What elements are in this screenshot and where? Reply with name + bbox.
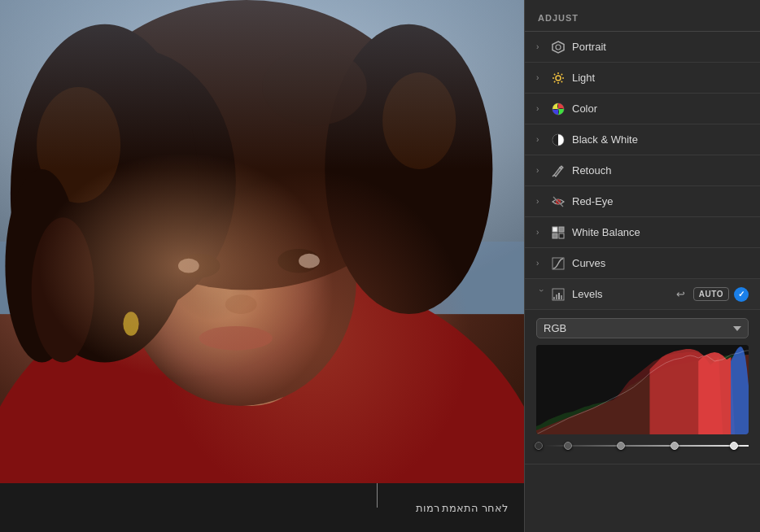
caption-area: לאחר התאמת רמות [0, 483, 524, 532]
bw-icon [551, 133, 566, 147]
svg-point-2 [0, 266, 524, 483]
svg-rect-7 [26, 48, 236, 314]
svg-line-30 [561, 81, 562, 81]
chevron-retouch: › [536, 166, 546, 175]
adjust-header: ADJUST [525, 0, 760, 32]
svg-point-14 [277, 249, 320, 273]
caption-line [377, 483, 378, 508]
adjust-list: › Portrait › [525, 32, 760, 532]
adjust-item-whitebalance[interactable]: › White Balance [525, 217, 760, 248]
adjust-item-curves[interactable]: › Curves [525, 248, 760, 279]
svg-point-4 [126, 155, 356, 406]
svg-line-32 [554, 81, 555, 81]
photo-panel: לאחר התאמת רמות [0, 0, 524, 532]
levels-controls: ↩ AUTO [673, 286, 749, 302]
portrait-label: Portrait [572, 41, 749, 53]
light-label: Light [572, 72, 749, 84]
chevron-levels: › [537, 290, 546, 299]
curves-icon [551, 256, 566, 271]
svg-point-16 [299, 254, 320, 268]
chevron-color: › [536, 104, 546, 113]
svg-point-11 [382, 72, 456, 169]
levels-label: Levels [572, 288, 673, 300]
svg-point-17 [225, 294, 257, 314]
channel-select[interactable]: RGB Red Green Blue Luminance [536, 318, 749, 338]
adjust-item-color[interactable]: › Color [525, 94, 760, 124]
svg-rect-39 [553, 227, 557, 232]
svg-rect-45 [553, 297, 555, 299]
svg-point-19 [123, 312, 138, 336]
svg-rect-1 [0, 242, 524, 314]
levels-check-button[interactable] [734, 287, 749, 302]
mid-handle[interactable] [617, 442, 625, 450]
svg-point-6 [63, 0, 430, 290]
adjust-item-retouch[interactable]: › Retouch [525, 155, 760, 186]
chevron-light: › [536, 73, 546, 82]
portrait-icon [551, 40, 566, 55]
adjust-item-redeye[interactable]: › Red-Eye [525, 186, 760, 217]
svg-point-12 [262, 48, 367, 125]
svg-rect-0 [0, 0, 524, 314]
svg-point-15 [178, 259, 199, 273]
svg-rect-40 [559, 227, 564, 232]
svg-point-24 [556, 76, 561, 81]
caption-text: לאחר התאמת רמות [416, 502, 508, 514]
adjust-title: ADJUST [538, 13, 579, 23]
levels-auto-button[interactable]: AUTO [693, 287, 729, 301]
svg-line-29 [554, 73, 555, 74]
chevron-whitebalance: › [536, 228, 546, 237]
color-icon [551, 102, 566, 116]
curves-label: Curves [572, 257, 749, 269]
svg-point-10 [37, 87, 120, 203]
redeye-icon [551, 194, 566, 209]
svg-rect-41 [553, 233, 557, 238]
whitebalance-icon [551, 225, 566, 240]
adjust-item-levels[interactable]: › Levels ↩ AUTO [525, 279, 760, 310]
levels-slider[interactable] [536, 438, 749, 454]
svg-rect-48 [561, 295, 562, 299]
svg-line-35 [553, 175, 554, 177]
adjust-panel: ADJUST › Portrait › [524, 0, 760, 532]
chevron-curves: › [536, 259, 546, 268]
midleft-handle[interactable] [564, 442, 572, 450]
chevron-redeye: › [536, 197, 546, 206]
histogram-chart [536, 345, 749, 434]
levels-undo-button[interactable]: ↩ [673, 286, 688, 302]
white-point-handle[interactable] [730, 442, 738, 450]
adjust-item-light[interactable]: › Light [525, 63, 760, 94]
svg-point-13 [178, 254, 221, 278]
svg-point-5 [126, 155, 356, 406]
bw-label: Black & White [572, 133, 749, 146]
levels-icon [551, 287, 566, 302]
svg-rect-46 [556, 294, 557, 299]
svg-point-3 [204, 338, 299, 406]
svg-marker-22 [553, 41, 564, 53]
svg-line-31 [561, 73, 562, 74]
whitebalance-label: White Balance [572, 226, 749, 238]
chevron-bw: › [536, 135, 546, 144]
retouch-label: Retouch [572, 164, 749, 177]
svg-point-18 [199, 326, 273, 351]
light-icon [551, 71, 566, 85]
svg-point-20 [5, 169, 78, 363]
photo-image [0, 0, 524, 483]
upper-mid-handle[interactable] [670, 442, 679, 450]
histogram-container [536, 345, 749, 434]
svg-rect-42 [559, 233, 564, 238]
svg-point-8 [11, 24, 199, 363]
svg-rect-49 [563, 298, 564, 299]
retouch-icon [551, 164, 566, 178]
adjust-item-bw[interactable]: › Black & White [525, 124, 760, 155]
color-label: Color [572, 102, 749, 115]
chevron-portrait: › [536, 42, 546, 51]
black-point-handle[interactable] [535, 442, 543, 450]
levels-content: RGB Red Green Blue Luminance [525, 310, 760, 464]
adjust-item-portrait[interactable]: › Portrait [525, 32, 760, 63]
svg-point-21 [32, 217, 94, 362]
svg-point-23 [556, 45, 561, 50]
redeye-label: Red-Eye [572, 195, 749, 207]
svg-rect-47 [558, 293, 560, 299]
svg-point-9 [325, 24, 492, 314]
